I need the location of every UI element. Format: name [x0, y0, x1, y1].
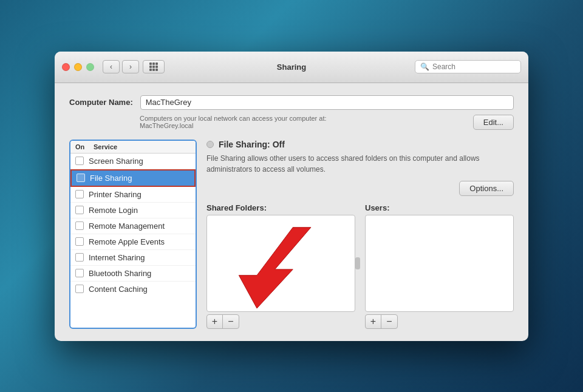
service-label-content-caching: Content Caching	[89, 285, 148, 294]
service-label-remote-management: Remote Management	[89, 221, 165, 231]
service-label-internet-sharing: Internet Sharing	[89, 253, 145, 262]
add-folder-button[interactable]: +	[207, 315, 223, 328]
minimize-button[interactable]	[74, 63, 82, 71]
computer-name-input[interactable]	[140, 95, 514, 110]
checkbox-file-sharing[interactable]	[77, 174, 85, 182]
main-window: ‹ › Sharing 🔍 Computer Name: Computers o…	[55, 52, 528, 341]
service-label-bluetooth-sharing: Bluetooth Sharing	[89, 269, 151, 278]
header-on: On	[75, 143, 94, 150]
computer-name-sub-text: Computers on your local network can acce…	[140, 115, 463, 129]
grid-icon	[149, 63, 158, 71]
users-section: Users: + −	[365, 203, 514, 329]
services-header: On Service	[70, 141, 196, 154]
folders-users-row: Shared Folders: + −	[206, 203, 514, 329]
service-label-screen-sharing: Screen Sharing	[89, 157, 143, 166]
options-button[interactable]: Options...	[459, 181, 514, 196]
service-row-content-caching[interactable]: Content Caching	[70, 282, 196, 297]
checkbox-content-caching[interactable]	[75, 285, 84, 293]
svg-marker-0	[239, 227, 311, 308]
shared-folders-label: Shared Folders:	[206, 203, 355, 212]
content-area: Computer Name: Computers on your local n…	[55, 83, 528, 341]
remove-user-button[interactable]: −	[381, 315, 397, 328]
status-indicator	[206, 141, 214, 148]
service-label-printer-sharing: Printer Sharing	[89, 190, 141, 199]
sub-line1: Computers on your local network can acce…	[140, 115, 463, 122]
red-arrow	[207, 215, 355, 311]
users-list	[365, 215, 514, 312]
right-panel: File Sharing: Off File Sharing allows ot…	[206, 140, 514, 329]
computer-name-row: Computer Name:	[69, 95, 514, 110]
service-status-title: File Sharing: Off	[219, 140, 285, 149]
forward-button[interactable]: ›	[122, 60, 139, 73]
search-input[interactable]	[432, 63, 516, 71]
edit-button[interactable]: Edit...	[473, 115, 514, 130]
add-user-button[interactable]: +	[366, 315, 381, 328]
titlebar: ‹ › Sharing 🔍	[55, 52, 528, 83]
checkbox-remote-management[interactable]	[75, 221, 84, 230]
service-row-screen-sharing[interactable]: Screen Sharing	[70, 154, 196, 169]
traffic-lights	[62, 63, 94, 71]
checkbox-screen-sharing[interactable]	[75, 157, 84, 165]
service-row-remote-apple-events[interactable]: Remote Apple Events	[70, 234, 196, 250]
service-row-file-sharing[interactable]: File Sharing	[70, 169, 196, 187]
service-row-remote-login[interactable]: Remote Login	[70, 203, 196, 218]
panel-divider[interactable]	[355, 257, 360, 269]
checkbox-bluetooth-sharing[interactable]	[75, 269, 84, 277]
checkbox-remote-apple-events[interactable]	[75, 237, 84, 246]
options-btn-row: Options...	[206, 181, 514, 196]
checkbox-remote-login[interactable]	[75, 206, 84, 214]
checkbox-printer-sharing[interactable]	[75, 190, 84, 198]
main-panel: On Service Screen Sharing File Sharing P…	[69, 140, 514, 329]
services-panel: On Service Screen Sharing File Sharing P…	[69, 140, 197, 329]
window-title: Sharing	[277, 63, 306, 72]
users-label: Users:	[365, 203, 514, 212]
checkbox-internet-sharing[interactable]	[75, 253, 84, 262]
service-label-remote-apple-events: Remote Apple Events	[89, 237, 165, 246]
users-controls: + −	[365, 314, 398, 329]
service-description: File Sharing allows other users to acces…	[206, 153, 514, 175]
shared-folders-section: Shared Folders: + −	[206, 203, 355, 329]
shared-folders-list	[206, 215, 355, 312]
nav-buttons: ‹ ›	[103, 60, 139, 73]
computer-name-label: Computer Name:	[69, 98, 133, 107]
service-row-printer-sharing[interactable]: Printer Sharing	[70, 187, 196, 203]
service-row-bluetooth-sharing[interactable]: Bluetooth Sharing	[70, 266, 196, 282]
service-row-remote-management[interactable]: Remote Management	[70, 218, 196, 234]
shared-folders-controls: + −	[206, 314, 239, 329]
remove-folder-button[interactable]: −	[223, 315, 239, 328]
service-row-internet-sharing[interactable]: Internet Sharing	[70, 250, 196, 266]
header-service: Service	[94, 143, 117, 150]
maximize-button[interactable]	[86, 63, 94, 71]
service-label-remote-login: Remote Login	[89, 206, 138, 215]
search-icon: 🔍	[420, 63, 429, 71]
close-button[interactable]	[62, 63, 70, 71]
search-box[interactable]: 🔍	[415, 60, 521, 73]
computer-name-sub-row: Computers on your local network can acce…	[140, 115, 514, 130]
service-label-file-sharing: File Sharing	[90, 174, 132, 183]
service-status-row: File Sharing: Off	[206, 140, 514, 149]
app-grid-button[interactable]	[143, 60, 165, 73]
back-button[interactable]: ‹	[103, 60, 120, 73]
sub-line2: MacTheGrey.local	[140, 122, 463, 129]
